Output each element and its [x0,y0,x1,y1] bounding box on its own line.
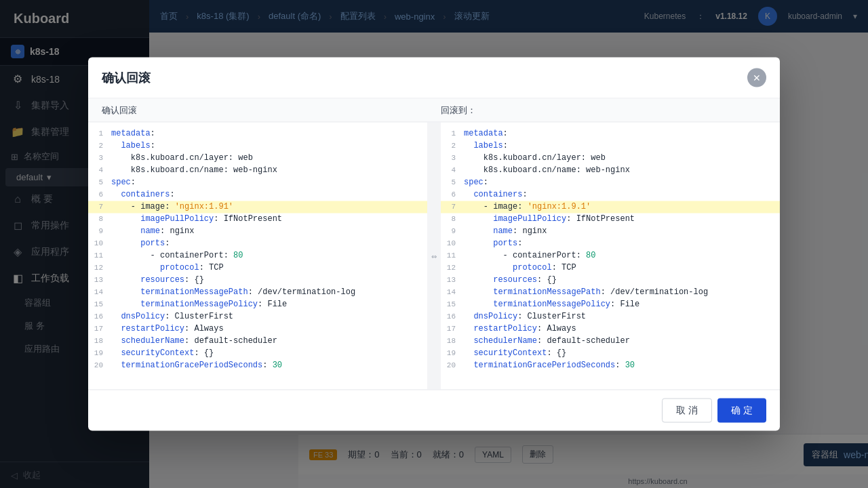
line-number: 5 [441,178,461,186]
diff-line: 11 - containerPort: 80 [88,250,427,262]
diff-line: 16 dnsPolicy: ClusterFirst [441,311,780,323]
line-content: - image: 'nginx:1.91' [108,202,427,211]
diff-line: 1metadata: [88,128,427,140]
line-content: schedulerName: default-scheduler [461,336,780,346]
line-number: 7 [441,202,461,211]
line-content: dnsPolicy: ClusterFirst [108,312,427,321]
cancel-button[interactable]: 取 消 [662,399,712,423]
line-content: containers: [108,190,427,199]
line-content: ports: [461,239,780,248]
diff-line: 10 ports: [88,238,427,250]
line-number: 12 [441,263,461,272]
diff-line: 13 resources: {} [441,274,780,287]
line-content: restartPolicy: Always [461,324,780,333]
line-content: metadata: [461,129,780,138]
line-number: 14 [88,287,108,296]
diff-line: 11 - containerPort: 80 [441,250,780,262]
diff-line [441,372,780,384]
line-content: k8s.kuboard.cn/layer: web [461,153,780,163]
diff-line: 14 terminationMessagePath: /dev/terminat… [441,287,780,299]
diff-divider[interactable]: ⇔ [427,123,441,390]
line-number: 11 [441,251,461,260]
diff-line: 6 containers: [88,189,427,201]
diff-line: 7 - image: 'nginx:1.9.1' [441,201,780,214]
line-content: terminationMessagePath: /dev/termination… [461,287,780,297]
diff-line: 18 schedulerName: default-scheduler [441,336,780,348]
diff-line: 12 protocol: TCP [88,262,427,274]
line-number: 1 [88,129,108,138]
diff-line: 12 protocol: TCP [441,262,780,274]
line-number: 9 [441,226,461,235]
line-number: 8 [88,214,108,223]
line-number: 15 [441,300,461,308]
line-content: labels: [461,141,780,150]
modal-left-label: 确认回滚 [102,104,427,117]
modal-close-button[interactable]: ✕ [747,68,766,87]
line-number: 3 [88,153,108,162]
line-content: name: nginx [108,226,427,236]
line-number: 2 [88,141,108,150]
line-content: restartPolicy: Always [108,324,427,333]
line-number: 7 [88,202,108,211]
line-content: - containerPort: 80 [461,251,780,260]
diff-line: 1metadata: [441,128,780,140]
diff-line: 6 containers: [441,189,780,201]
diff-line: 19 securityContext: {} [441,348,780,360]
diff-line: 4 k8s.kuboard.cn/name: web-nginx [441,165,780,177]
diff-line: 18 schedulerName: default-scheduler [88,336,427,348]
line-number: 19 [441,348,461,357]
line-number [88,373,108,373]
diff-line: 7 - image: 'nginx:1.91' [88,201,427,214]
line-content: securityContext: {} [461,348,780,358]
diff-line: 14 terminationMessagePath: /dev/terminat… [88,287,427,299]
line-number: 6 [88,190,108,199]
line-number: 16 [441,312,461,321]
diff-line: 16 dnsPolicy: ClusterFirst [88,311,427,323]
line-number: 16 [88,312,108,321]
line-content: protocol: TCP [461,263,780,272]
line-content: k8s.kuboard.cn/name: web-nginx [108,165,427,175]
confirm-rollback-modal: 确认回滚 ✕ 确认回滚 回滚到： 1metadata:2 labels:3 k8… [88,58,780,431]
line-number: 13 [441,275,461,284]
line-content: resources: {} [108,275,427,285]
diff-line: 10 ports: [441,238,780,250]
line-number: 10 [88,239,108,247]
diff-line: 15 terminationMessagePolicy: File [441,299,780,311]
line-number: 18 [88,336,108,345]
diff-line: 8 imagePullPolicy: IfNotPresent [441,214,780,226]
line-content: - containerPort: 80 [108,251,427,260]
diff-line: 3 k8s.kuboard.cn/layer: web [441,152,780,165]
line-number: 19 [88,348,108,357]
diff-line: 15 terminationMessagePolicy: File [88,299,427,311]
line-number: 18 [441,336,461,345]
diff-line: 20 terminationGracePeriodSeconds: 30 [88,360,427,372]
line-content: name: nginx [461,226,780,236]
line-content: spec: [108,178,427,187]
diff-line: 5spec: [88,177,427,189]
line-number: 13 [88,275,108,284]
line-content: terminationMessagePath: /dev/termination… [108,287,427,297]
line-content: securityContext: {} [108,348,427,358]
diff-line: 19 securityContext: {} [88,348,427,360]
diff-line: 4 k8s.kuboard.cn/name: web-nginx [88,165,427,177]
line-number: 12 [88,263,108,272]
line-number: 9 [88,226,108,235]
line-content: k8s.kuboard.cn/layer: web [108,153,427,163]
confirm-button[interactable]: 确 定 [717,399,766,423]
line-number: 2 [441,141,461,150]
line-number: 17 [88,324,108,333]
line-number: 3 [441,153,461,162]
line-number: 15 [88,300,108,308]
diff-line: 5spec: [441,177,780,189]
modal-header: 确认回滚 ✕ [88,58,780,99]
line-number: 11 [88,251,108,260]
diff-line: 17 restartPolicy: Always [441,323,780,336]
line-content: labels: [108,141,427,150]
line-content: terminationGracePeriodSeconds: 30 [461,361,780,370]
line-number: 10 [441,239,461,247]
line-number: 5 [88,178,108,186]
line-content: - image: 'nginx:1.9.1' [461,202,780,211]
diff-right-panel: 1metadata:2 labels:3 k8s.kuboard.cn/laye… [441,123,780,390]
line-content: schedulerName: default-scheduler [108,336,427,346]
line-content: imagePullPolicy: IfNotPresent [461,214,780,224]
